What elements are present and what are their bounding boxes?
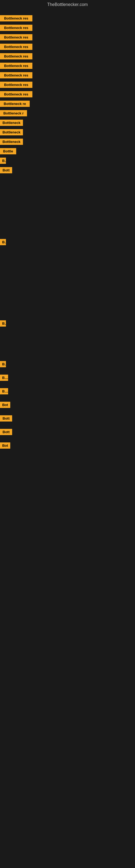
button-wrapper-6: Bottleneck res	[0, 63, 32, 69]
btn-23[interactable]: Bot	[0, 402, 10, 408]
buttons-container: Bottleneck resBottleneck resBottleneck r…	[0, 9, 135, 868]
site-title: TheBottlenecker.com	[0, 0, 135, 9]
btn-24[interactable]: Bott	[0, 415, 12, 422]
btn-12[interactable]: Bottleneck	[0, 120, 23, 126]
btn-21[interactable]: Bo	[0, 375, 8, 381]
button-wrapper-24: Bott	[0, 415, 12, 422]
button-wrapper-23: Bot	[0, 402, 10, 408]
button-wrapper-5: Bottleneck res	[0, 53, 32, 59]
btn-3[interactable]: Bottleneck res	[0, 34, 32, 40]
button-wrapper-9: Bottleneck res	[0, 91, 32, 97]
btn-20[interactable]: B	[0, 361, 6, 367]
button-wrapper-21: Bo	[0, 375, 8, 381]
btn-9[interactable]: Bottleneck res	[0, 91, 32, 97]
button-wrapper-19: B	[0, 320, 6, 327]
button-wrapper-16: B	[0, 158, 6, 164]
btn-14[interactable]: Bottleneck	[0, 138, 23, 145]
button-wrapper-1: Bottleneck res	[0, 15, 32, 22]
button-wrapper-11: Bottleneck r	[0, 110, 27, 116]
btn-4[interactable]: Bottleneck res	[0, 44, 32, 50]
btn-10[interactable]: Bottleneck re	[0, 101, 30, 107]
button-wrapper-15: Bottle	[0, 148, 16, 154]
btn-16[interactable]: B	[0, 158, 6, 164]
btn-26[interactable]: Bot	[0, 442, 10, 448]
button-wrapper-10: Bottleneck re	[0, 101, 30, 107]
button-wrapper-4: Bottleneck res	[0, 44, 32, 50]
btn-17[interactable]: Bott	[0, 167, 12, 173]
button-wrapper-7: Bottleneck res	[0, 72, 32, 79]
button-wrapper-14: Bottleneck	[0, 138, 23, 145]
button-wrapper-17: Bott	[0, 167, 12, 173]
button-wrapper-22: Bo	[0, 388, 8, 394]
button-wrapper-20: B	[0, 361, 6, 367]
button-wrapper-13: Bottleneck	[0, 129, 23, 135]
btn-8[interactable]: Bottleneck res	[0, 82, 32, 88]
btn-1[interactable]: Bottleneck res	[0, 15, 32, 22]
button-wrapper-25: Bott	[0, 429, 12, 435]
btn-19[interactable]: B	[0, 320, 6, 327]
btn-2[interactable]: Bottleneck res	[0, 25, 32, 31]
button-wrapper-26: Bot	[0, 442, 10, 448]
btn-11[interactable]: Bottleneck r	[0, 110, 27, 116]
btn-22[interactable]: Bo	[0, 388, 8, 394]
btn-25[interactable]: Bott	[0, 429, 12, 435]
button-wrapper-2: Bottleneck res	[0, 25, 32, 31]
btn-5[interactable]: Bottleneck res	[0, 53, 32, 59]
button-wrapper-3: Bottleneck res	[0, 34, 32, 40]
btn-18[interactable]: B	[0, 239, 6, 245]
button-wrapper-8: Bottleneck res	[0, 82, 32, 88]
btn-15[interactable]: Bottle	[0, 148, 16, 154]
btn-7[interactable]: Bottleneck res	[0, 72, 32, 79]
button-wrapper-12: Bottleneck	[0, 120, 23, 126]
btn-6[interactable]: Bottleneck res	[0, 63, 32, 69]
btn-13[interactable]: Bottleneck	[0, 129, 23, 135]
button-wrapper-18: B	[0, 239, 6, 245]
